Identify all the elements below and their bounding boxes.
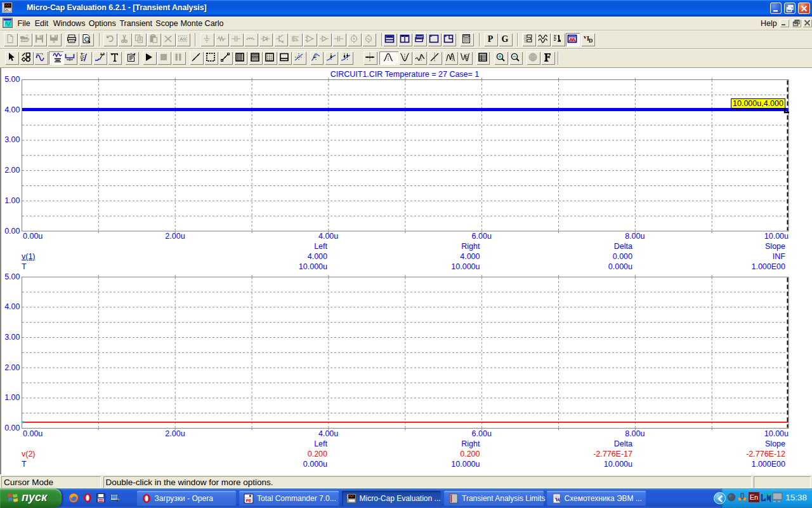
svg-text:1.0: 1.0 — [100, 52, 105, 56]
svg-text:En: En — [750, 493, 758, 501]
svg-text:10: 10 — [80, 55, 84, 59]
svg-text:G: G — [501, 34, 508, 44]
svg-text:PE: PE — [246, 498, 252, 503]
svg-text:D: D — [589, 37, 593, 44]
svg-text:All: All — [180, 36, 186, 42]
svg-text:W: W — [555, 497, 561, 503]
svg-text:P: P — [487, 34, 493, 44]
